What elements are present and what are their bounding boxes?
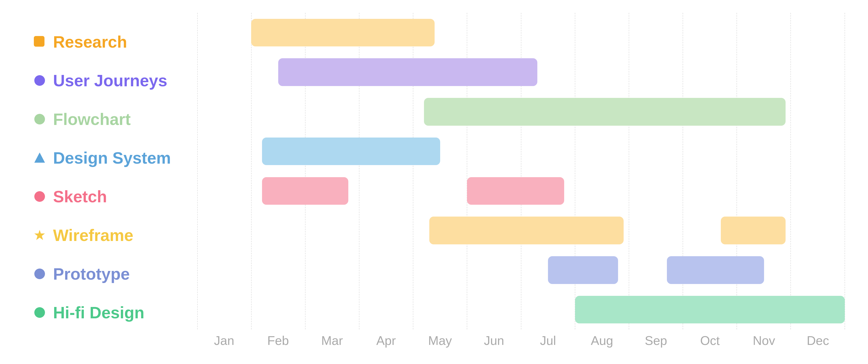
axis-month-apr: Apr xyxy=(359,333,413,348)
bar-6 xyxy=(429,217,624,244)
bar-3 xyxy=(262,138,440,165)
svg-marker-3 xyxy=(34,153,45,163)
wireframe-label: Wireframe xyxy=(53,226,133,245)
research-label: Research xyxy=(53,32,127,51)
legend-item-sketch: Sketch xyxy=(33,187,197,206)
axis-month-jun: Jun xyxy=(467,333,521,348)
research-icon xyxy=(33,35,46,49)
bar-5 xyxy=(467,177,564,205)
legend-item-research: Research xyxy=(33,32,197,51)
axis-month-feb: Feb xyxy=(251,333,305,348)
bar-9 xyxy=(667,256,764,284)
axis-month-jan: Jan xyxy=(197,333,251,348)
axis-month-mar: Mar xyxy=(305,333,359,348)
bar-7 xyxy=(721,217,785,244)
chart-container: ResearchUser JourneysFlowchartDesign Sys… xyxy=(23,13,845,351)
prototype-label: Prototype xyxy=(53,265,130,283)
design-system-icon xyxy=(33,151,46,164)
grid-area xyxy=(197,13,845,329)
svg-point-6 xyxy=(34,269,45,279)
flowchart-label: Flowchart xyxy=(53,110,131,129)
legend-item-hi-fi-design: Hi-fi Design xyxy=(33,303,197,322)
axis-month-aug: Aug xyxy=(575,333,629,348)
sketch-label: Sketch xyxy=(53,187,107,206)
legend: ResearchUser JourneysFlowchartDesign Sys… xyxy=(23,13,197,351)
svg-rect-0 xyxy=(34,36,44,47)
prototype-icon xyxy=(33,267,46,281)
axis-month-sep: Sep xyxy=(629,333,683,348)
gantt-area: JanFebMarAprMayJunJulAugSepOctNovDec xyxy=(197,13,845,351)
legend-item-wireframe: Wireframe xyxy=(33,226,197,245)
legend-item-design-system: Design System xyxy=(33,148,197,167)
hi-fi-design-icon xyxy=(33,306,46,319)
flowchart-icon xyxy=(33,112,46,126)
bar-1 xyxy=(278,58,537,86)
user-journeys-label: User Journeys xyxy=(53,71,167,90)
axis-month-oct: Oct xyxy=(683,333,737,348)
axis-month-may: May xyxy=(413,333,467,348)
sketch-icon xyxy=(33,190,46,203)
design-system-label: Design System xyxy=(53,148,171,167)
svg-point-7 xyxy=(34,307,45,318)
axis-month-jul: Jul xyxy=(521,333,575,348)
bar-0 xyxy=(251,19,435,47)
hi-fi-design-label: Hi-fi Design xyxy=(53,303,145,322)
legend-item-user-journeys: User Journeys xyxy=(33,71,197,90)
legend-item-prototype: Prototype xyxy=(33,265,197,283)
svg-marker-5 xyxy=(34,230,45,240)
bar-10 xyxy=(575,296,845,324)
svg-point-1 xyxy=(34,75,45,86)
axis: JanFebMarAprMayJunJulAugSepOctNovDec xyxy=(197,329,845,351)
bar-8 xyxy=(548,256,618,284)
user-journeys-icon xyxy=(33,74,46,87)
legend-item-flowchart: Flowchart xyxy=(33,110,197,129)
bar-2 xyxy=(424,98,785,126)
wireframe-icon xyxy=(33,229,46,242)
svg-point-4 xyxy=(34,191,45,202)
bar-4 xyxy=(262,177,348,205)
axis-month-dec: Dec xyxy=(791,333,845,348)
axis-month-nov: Nov xyxy=(737,333,791,348)
svg-point-2 xyxy=(34,114,45,124)
